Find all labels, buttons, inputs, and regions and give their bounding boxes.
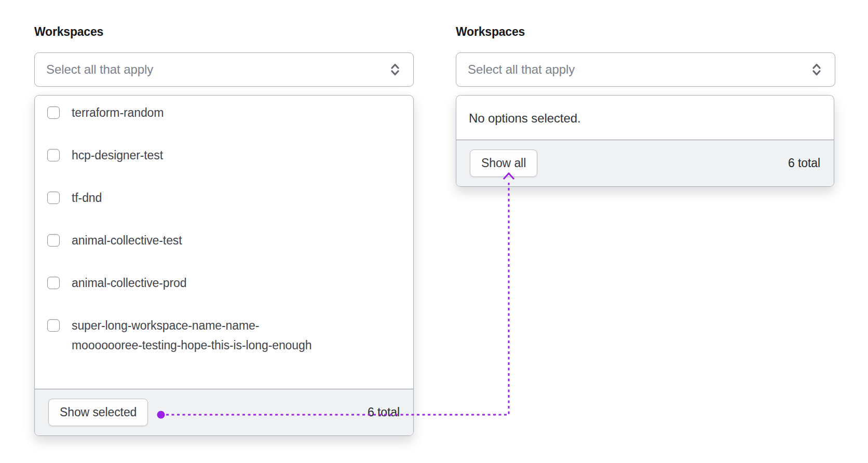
select-placeholder: Select all that apply <box>46 62 153 77</box>
checkbox-unchecked-icon[interactable] <box>47 106 60 119</box>
option-label-line-1: super-long-workspace-name-name- <box>72 316 311 335</box>
checkbox-unchecked-icon[interactable] <box>47 149 60 161</box>
option-label: hcp-designer-test <box>72 145 163 165</box>
canvas: Workspaces Select all that apply terrafo… <box>0 0 868 463</box>
workspaces-label-right: Workspaces <box>456 25 525 39</box>
caret-sort-icon <box>810 62 823 77</box>
option-animal-collective-test[interactable]: animal-collective-test <box>47 230 401 250</box>
option-label: super-long-workspace-name-name- moooooor… <box>72 316 311 355</box>
empty-dropdown-panel: No options selected. Show all 6 total <box>456 95 834 187</box>
option-label: terraform-random <box>72 103 164 122</box>
dropdown-footer: Show all 6 total <box>456 140 834 186</box>
dropdown-footer: Show selected 6 total <box>35 389 413 435</box>
option-tf-dnd[interactable]: tf-dnd <box>47 188 401 208</box>
no-options-message: No options selected. <box>456 96 834 141</box>
checkbox-unchecked-icon[interactable] <box>47 319 60 332</box>
show-selected-button[interactable]: Show selected <box>48 399 148 426</box>
workspaces-select-trigger-right[interactable]: Select all that apply <box>456 52 835 87</box>
option-super-long-workspace-name[interactable]: super-long-workspace-name-name- moooooor… <box>47 316 401 355</box>
select-placeholder: Select all that apply <box>468 62 575 77</box>
option-label: animal-collective-test <box>72 230 182 250</box>
checkbox-unchecked-icon[interactable] <box>47 277 60 289</box>
workspaces-label-left: Workspaces <box>34 25 103 39</box>
caret-sort-icon <box>388 62 402 77</box>
checkbox-unchecked-icon[interactable] <box>47 192 60 204</box>
option-hcp-designer-test[interactable]: hcp-designer-test <box>47 145 401 165</box>
workspaces-select-trigger-left[interactable]: Select all that apply <box>34 52 414 87</box>
option-terraform-random[interactable]: terraform-random <box>47 103 401 122</box>
total-count: 6 total <box>788 156 820 170</box>
option-label: tf-dnd <box>72 188 102 208</box>
options-list: terraform-random hcp-designer-test tf-dn… <box>35 96 413 355</box>
total-count: 6 total <box>368 405 400 419</box>
show-all-button[interactable]: Show all <box>470 149 537 177</box>
checkbox-unchecked-icon[interactable] <box>47 234 60 247</box>
option-animal-collective-prod[interactable]: animal-collective-prod <box>47 273 401 293</box>
option-label: animal-collective-prod <box>72 273 187 293</box>
option-label-line-2: mooooooree-testing-hope-this-is-long-eno… <box>72 335 311 355</box>
options-dropdown-panel: terraform-random hcp-designer-test tf-dn… <box>34 95 414 436</box>
